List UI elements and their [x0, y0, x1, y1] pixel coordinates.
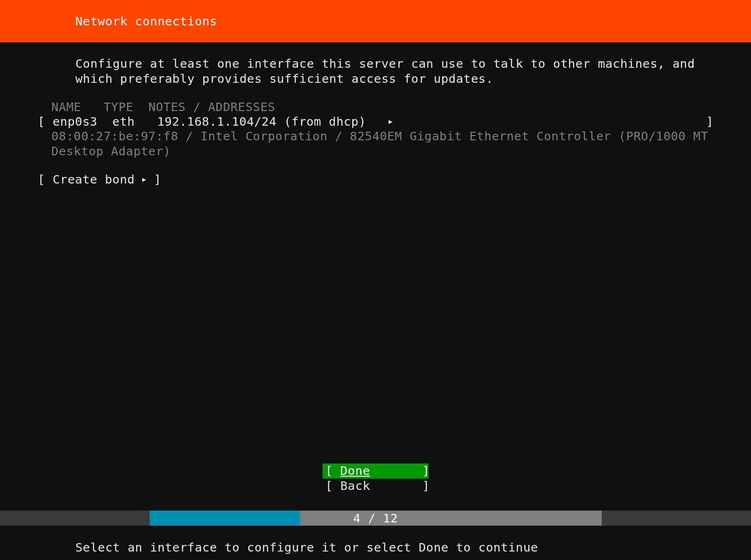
progress-inner: 4 / 12 — [150, 511, 602, 526]
page-header: Network connections — [0, 0, 751, 42]
create-bond-button[interactable]: [ Create bond ▶ ] — [38, 172, 713, 186]
done-button[interactable]: [ Done ] — [323, 464, 428, 479]
progress-bar: 4 / 12 — [0, 511, 751, 526]
page-title: Network connections — [75, 14, 217, 28]
description-text: Configure at least one interface this se… — [38, 56, 713, 87]
iface-name: enp0s3 — [53, 114, 97, 128]
iface-type: eth — [113, 114, 135, 128]
col-type: TYPE — [104, 100, 133, 114]
action-buttons: [ Done ] [ Back ] — [0, 464, 751, 494]
progress-fill — [150, 511, 300, 526]
arrow-right-icon: ▶ — [142, 176, 146, 183]
back-button[interactable]: [ Back ] — [323, 479, 428, 494]
main-content: Configure at least one interface this se… — [0, 42, 751, 186]
column-headers: NAME TYPE NOTES / ADDRESSES — [38, 100, 713, 114]
arrow-right-icon: ▶ — [388, 118, 393, 125]
col-notes: NOTES / ADDRESSES — [148, 100, 275, 114]
interface-details: 08:00:27:be:97:f8 / Intel Corporation / … — [38, 129, 713, 159]
hint-text: Select an interface to configure it or s… — [75, 540, 538, 554]
done-label: Done — [340, 464, 370, 478]
iface-notes: 192.168.1.104/24 (from dhcp) — [157, 114, 366, 128]
interface-row[interactable]: [ enp0s3 eth 192.168.1.104/24 (from dhcp… — [38, 114, 713, 128]
back-label: Back — [340, 479, 370, 493]
col-name: NAME — [51, 100, 81, 114]
create-bond-label: Create bond — [53, 172, 135, 186]
progress-label: 4 / 12 — [353, 511, 398, 525]
